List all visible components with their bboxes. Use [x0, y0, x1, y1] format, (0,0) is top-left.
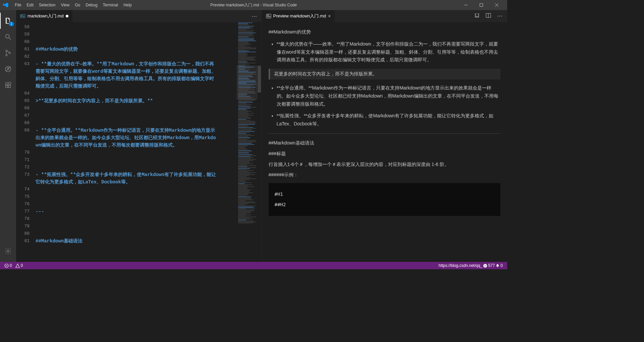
svg-point-10: [7, 67, 9, 69]
preview-tab-label: Preview markdown入门.md: [273, 13, 326, 19]
code-editor[interactable]: 5859606162636465666768697071727374757677…: [16, 22, 262, 262]
menu-selection[interactable]: Selection: [36, 0, 58, 10]
blockquote: 花更多的时间在文字内容上，而不是为排版所累。: [269, 69, 501, 79]
preview-heading: ##Markdowm的优势: [269, 28, 501, 36]
svg-point-16: [7, 250, 9, 252]
close-icon[interactable]: ×: [328, 13, 331, 19]
svg-rect-14: [8, 86, 10, 88]
preview-heading: ##Markdown基础语法: [269, 139, 501, 147]
code-block: #H1 ##H2: [269, 183, 501, 216]
menu-help[interactable]: Help: [121, 0, 135, 10]
svg-point-27: [483, 264, 487, 268]
svg-rect-12: [6, 83, 8, 85]
dirty-indicator-icon: [66, 15, 68, 17]
minimap-viewport[interactable]: [237, 66, 257, 99]
more-actions-icon[interactable]: ⋯: [250, 12, 258, 21]
error-icon: [4, 264, 9, 268]
svg-rect-15: [9, 82, 11, 84]
svg-rect-13: [6, 86, 8, 88]
preview-heading: ###标题: [269, 150, 501, 158]
tab-markdown-preview[interactable]: Preview markdown入门.md ×: [262, 10, 335, 22]
search-icon[interactable]: [0, 29, 16, 45]
markdown-preview[interactable]: ##Markdowm的优势 **最大的优势在于——效率。**用了Markdown…: [262, 22, 507, 262]
bell-icon[interactable]: [495, 264, 500, 268]
list-item: **拓展性强。**众多开发者十多年来的耕耘，使Markdown有了许多拓展功能，…: [277, 112, 501, 128]
svg-point-4: [6, 35, 9, 38]
svg-point-28: [484, 265, 485, 266]
svg-rect-21: [267, 17, 270, 17]
list-item: **全平台通用。**Markdown作为一种标记语言，只要在支持Markdown…: [277, 84, 501, 108]
preview-heading: ######示例：: [269, 171, 501, 179]
editor-pane-preview: Preview markdown入门.md × ⋯ ##Markdowm的优势 …: [262, 10, 507, 262]
split-editor-icon[interactable]: [484, 11, 492, 21]
open-changes-icon[interactable]: [473, 11, 481, 21]
window-title: Preview markdown入门.md - Visual Studio Co…: [210, 2, 297, 8]
debug-icon[interactable]: [0, 61, 16, 77]
menu-bar: FileEditSelectionViewGoDebugTerminalHelp: [12, 0, 135, 10]
minimap[interactable]: [237, 22, 257, 262]
tab-label: markdown入门.md: [28, 13, 64, 19]
svg-point-7: [6, 54, 7, 56]
vscode-logo-icon: [3, 2, 9, 8]
markdown-file-icon: [20, 13, 25, 19]
svg-rect-19: [267, 15, 269, 15]
svg-rect-1: [480, 4, 483, 7]
editor-pane-source: markdown入门.md ⋯ 585960616263646566676869…: [16, 10, 262, 262]
scrollbar-thumb[interactable]: [258, 66, 261, 93]
svg-line-5: [9, 38, 11, 40]
smiley-icon[interactable]: [483, 264, 487, 268]
svg-point-6: [6, 50, 7, 52]
preview-text: 行首插入1-6个＃，每增加一个＃表示更深入层次的内容，对应到标题的深度由 1-6…: [269, 161, 501, 169]
status-warnings[interactable]: 0: [14, 263, 25, 268]
preview-tabs: Preview markdown入门.md × ⋯: [262, 10, 507, 22]
window-close-button[interactable]: [489, 0, 504, 10]
line-number-gutter: 5859606162636465666768697071727374757677…: [16, 22, 36, 262]
svg-rect-20: [267, 16, 270, 16]
menu-file[interactable]: File: [12, 0, 24, 10]
more-actions-icon[interactable]: ⋯: [496, 11, 504, 21]
svg-point-29: [486, 265, 486, 266]
divider: [269, 133, 501, 134]
window-maximize-button[interactable]: [474, 0, 489, 10]
source-control-icon[interactable]: [0, 45, 16, 61]
menu-go[interactable]: Go: [72, 0, 83, 10]
menu-view[interactable]: View: [58, 0, 72, 10]
preview-icon: [266, 13, 271, 19]
status-url: https://blog.csdn.net/qq_ 577 0: [437, 263, 504, 268]
window-minimize-button[interactable]: [458, 0, 474, 10]
warning-icon: [15, 264, 20, 268]
menu-edit[interactable]: Edit: [24, 0, 36, 10]
vertical-scrollbar[interactable]: [257, 22, 262, 262]
status-errors[interactable]: 0: [3, 263, 14, 268]
activity-bar: 1: [0, 10, 16, 262]
code-content[interactable]: ##Markdowm的优势 - **最大的优势在于—效率。**用了Markdow…: [36, 22, 237, 262]
editor-tabs: markdown入门.md ⋯: [16, 10, 262, 22]
menu-debug[interactable]: Debug: [83, 0, 100, 10]
extensions-icon[interactable]: [0, 77, 16, 93]
explorer-icon[interactable]: 1: [0, 13, 16, 29]
status-bar: 0 0 https://blog.csdn.net/qq_ 577 0: [0, 262, 507, 269]
explorer-badge: 1: [9, 22, 14, 26]
settings-gear-icon[interactable]: [0, 243, 16, 259]
list-item: **最大的优势在于——效率。**用了Markdown，文字创作和排版合二为一，我…: [277, 40, 501, 64]
menu-terminal[interactable]: Terminal: [100, 0, 121, 10]
title-bar: FileEditSelectionViewGoDebugTerminalHelp…: [0, 0, 507, 10]
tab-markdown-source[interactable]: markdown入门.md: [16, 10, 73, 22]
